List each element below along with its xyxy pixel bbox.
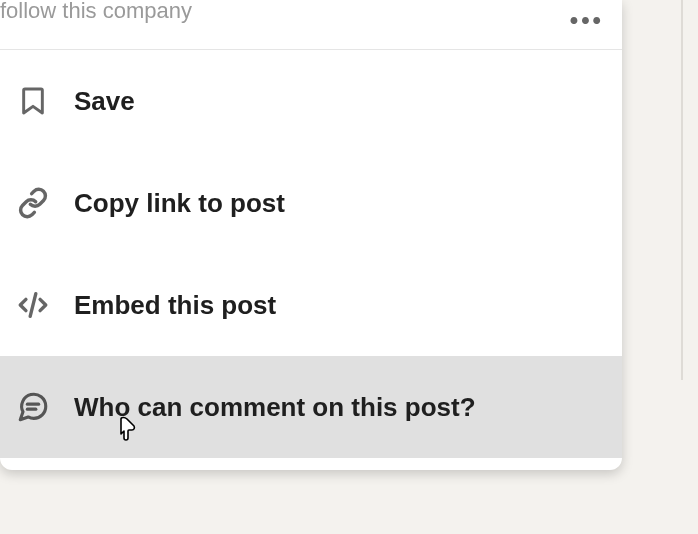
vertical-divider (681, 0, 683, 380)
post-options-menu-card: follow this company ••• Save Copy link t… (0, 0, 622, 470)
card-header: follow this company ••• (0, 0, 622, 50)
bookmark-icon (16, 84, 50, 118)
menu-item-label: Save (74, 86, 135, 117)
menu-item-label: Embed this post (74, 290, 276, 321)
menu-item-label: Who can comment on this post? (74, 392, 476, 423)
menu-item-who-can-comment[interactable]: Who can comment on this post? (0, 356, 622, 458)
svg-line-0 (30, 294, 36, 317)
options-menu: Save Copy link to post Embed this post (0, 50, 622, 458)
comment-icon (16, 390, 50, 424)
menu-item-label: Copy link to post (74, 188, 285, 219)
link-icon (16, 186, 50, 220)
more-options-button[interactable]: ••• (570, 6, 604, 34)
embed-code-icon (16, 288, 50, 322)
menu-item-copy-link[interactable]: Copy link to post (0, 152, 622, 254)
menu-item-save[interactable]: Save (0, 50, 622, 152)
follow-company-text: follow this company (0, 0, 192, 24)
menu-item-embed[interactable]: Embed this post (0, 254, 622, 356)
